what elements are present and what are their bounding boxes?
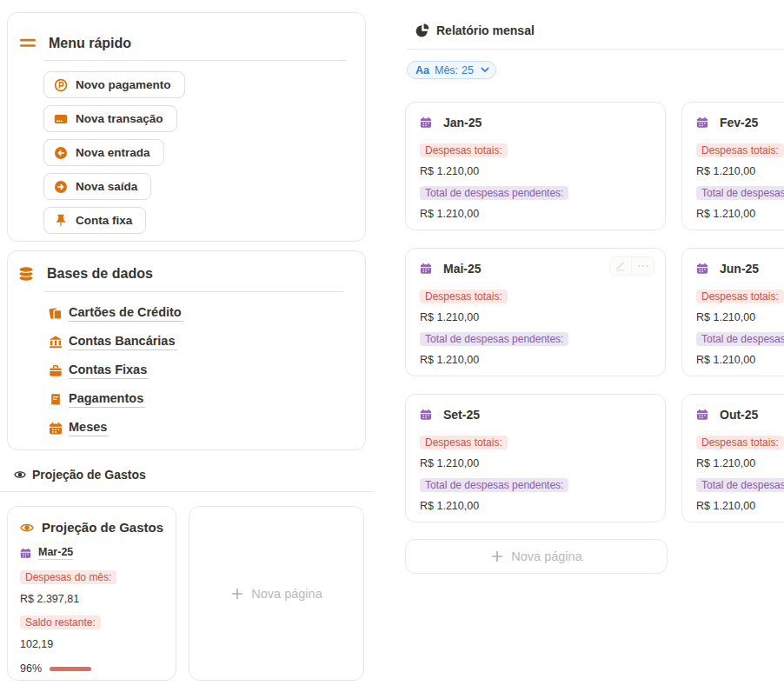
expense-value: R$ 1.210,00 xyxy=(696,165,784,177)
month-card-title: Out-25 xyxy=(720,408,758,422)
pending-label-pill: Total de despesas pendentes: xyxy=(420,186,568,200)
link-months[interactable]: Meses xyxy=(49,420,109,436)
quick-menu-buttons: Novo pagamento Nova transação Nova entra… xyxy=(43,71,365,234)
calendar-icon xyxy=(420,263,432,275)
projection-card[interactable]: Projeção de Gastos Mar-25 Despesas do mê… xyxy=(7,506,176,681)
arrow-left-circle-icon xyxy=(54,146,68,160)
pending-value: R$ 1.210,00 xyxy=(420,354,651,366)
new-income-button[interactable]: Nova entrada xyxy=(43,139,164,166)
eye-icon xyxy=(14,469,26,481)
new-page-button[interactable]: Nova página xyxy=(189,507,363,680)
calendar-icon xyxy=(49,422,63,436)
quick-menu-panel: Menu rápido Novo pagamento Nova transaçã… xyxy=(7,12,366,242)
databases-panel: Bases de dados Cartões de Crédito Contas… xyxy=(7,250,366,450)
card-hover-controls xyxy=(609,256,654,276)
pending-value: R$ 1.210,00 xyxy=(696,354,784,366)
filter-value: 25 xyxy=(462,64,474,77)
pending-label-pill: Total de despesas pendentes: xyxy=(696,478,784,492)
button-label: Conta fixa xyxy=(76,214,132,227)
button-label: Novo pagamento xyxy=(76,78,171,91)
ellipsis-icon xyxy=(637,260,649,272)
expense-label-pill: Despesas totais: xyxy=(420,289,508,303)
databases-title: Bases de dados xyxy=(47,266,153,282)
month-card-title: Set-25 xyxy=(443,408,480,422)
button-label: Nova transação xyxy=(76,112,163,125)
plus-icon xyxy=(490,549,504,563)
p-circle-icon xyxy=(54,78,68,92)
progress-bar xyxy=(50,667,91,671)
pending-label-pill: Total de despesas pendentes: xyxy=(696,186,784,200)
fixed-bill-button[interactable]: Conta fixa xyxy=(43,207,146,234)
projection-section-header: Projeção de Gastos xyxy=(14,468,146,482)
more-options-button[interactable] xyxy=(632,256,654,276)
pie-chart-icon xyxy=(415,23,429,37)
pending-label-pill: Total de despesas pendentes: xyxy=(696,332,784,346)
database-links: Cartões de Crédito Contas Bancárias Cont… xyxy=(49,305,365,436)
quick-menu-title: Menu rápido xyxy=(49,36,131,51)
expense-value: R$ 1.210,00 xyxy=(696,311,784,323)
pin-icon xyxy=(54,214,68,228)
link-label: Cartões de Crédito xyxy=(69,305,183,322)
expense-value: R$ 1.210,00 xyxy=(420,311,651,323)
bank-icon xyxy=(49,336,63,349)
expense-label-pill: Despesas totais: xyxy=(696,143,784,157)
eye-icon xyxy=(20,521,34,535)
edit-button[interactable] xyxy=(609,256,632,276)
calendar-icon xyxy=(696,263,708,275)
link-label: Pagamentos xyxy=(69,391,145,408)
pending-value: R$ 1.210,00 xyxy=(420,500,651,512)
progress-percent: 96% xyxy=(20,662,42,675)
expense-label-pill: Despesas totais: xyxy=(696,289,784,303)
calendar-icon xyxy=(420,116,432,129)
receipt-icon xyxy=(49,393,63,407)
database-icon xyxy=(18,266,34,282)
month-label: Mar-25 xyxy=(38,546,73,560)
month-card-out[interactable]: Out-25 Despesas totais: R$ 1.210,00 Tota… xyxy=(681,394,784,522)
month-card-fev[interactable]: Fev-25 Despesas totais: R$ 1.210,00 Tota… xyxy=(681,102,784,230)
briefcase-icon xyxy=(49,364,63,378)
credit-card-icon xyxy=(54,112,68,126)
balance-label-pill: Saldo restante: xyxy=(20,615,101,629)
month-card-mai[interactable]: Mai-25 Despesas totais: R$ 1.210,00 Tota… xyxy=(405,248,666,376)
pending-value: R$ 1.210,00 xyxy=(420,208,651,220)
month-card-jun[interactable]: Jun-25 Despesas totais: R$ 1.210,00 Tota… xyxy=(681,248,784,376)
pending-value: R$ 1.210,00 xyxy=(696,208,784,220)
expense-label-pill: Despesas totais: xyxy=(420,143,508,157)
expense-label-pill: Despesas totais: xyxy=(696,436,784,449)
report-title: Relatório mensal xyxy=(436,23,535,37)
link-bank-accounts[interactable]: Contas Bancárias xyxy=(49,334,177,350)
month-relation[interactable]: Mar-25 xyxy=(20,546,165,560)
filter-name: Mês: xyxy=(435,64,458,77)
new-page-bar-button[interactable]: Nova página xyxy=(405,539,668,574)
divider xyxy=(407,49,784,50)
month-card-set[interactable]: Set-25 Despesas totais: R$ 1.210,00 Tota… xyxy=(405,394,666,522)
pending-label-pill: Total de despesas pendentes: xyxy=(420,332,568,346)
new-payment-button[interactable]: Novo pagamento xyxy=(43,71,185,98)
expense-value: R$ 1.210,00 xyxy=(420,457,651,469)
text-property-icon: Aa xyxy=(415,64,429,77)
balance-value: 102,19 xyxy=(20,638,165,650)
new-page-label: Nova página xyxy=(511,549,581,563)
link-payments[interactable]: Pagamentos xyxy=(49,391,145,408)
calendar-icon xyxy=(696,116,708,129)
chevron-down-icon xyxy=(479,67,488,73)
divider xyxy=(44,60,346,61)
calendar-icon xyxy=(20,548,31,559)
calendar-icon xyxy=(696,409,708,421)
arrow-right-circle-icon xyxy=(54,180,68,194)
new-transaction-button[interactable]: Nova transação xyxy=(43,105,177,132)
link-fixed-accounts[interactable]: Contas Fixas xyxy=(49,363,149,379)
month-card-title: Fev-25 xyxy=(720,116,758,130)
expense-value: R$ 1.210,00 xyxy=(420,165,651,177)
month-card-jan[interactable]: Jan-25 Despesas totais: R$ 1.210,00 Tota… xyxy=(405,102,666,230)
link-label: Meses xyxy=(69,420,109,436)
month-filter-pill[interactable]: Aa Mês: 25 xyxy=(407,61,496,79)
new-expense-button[interactable]: Nova saída xyxy=(43,173,151,200)
pending-label-pill: Total de despesas pendentes: xyxy=(420,478,568,492)
link-label: Contas Fixas xyxy=(69,363,149,379)
report-header: Relatório mensal xyxy=(415,23,535,37)
month-card-title: Mai-25 xyxy=(443,262,482,276)
expense-value: R$ 1.210,00 xyxy=(696,457,784,469)
projection-section-title: Projeção de Gastos xyxy=(32,468,146,482)
link-credit-cards[interactable]: Cartões de Crédito xyxy=(49,305,183,322)
